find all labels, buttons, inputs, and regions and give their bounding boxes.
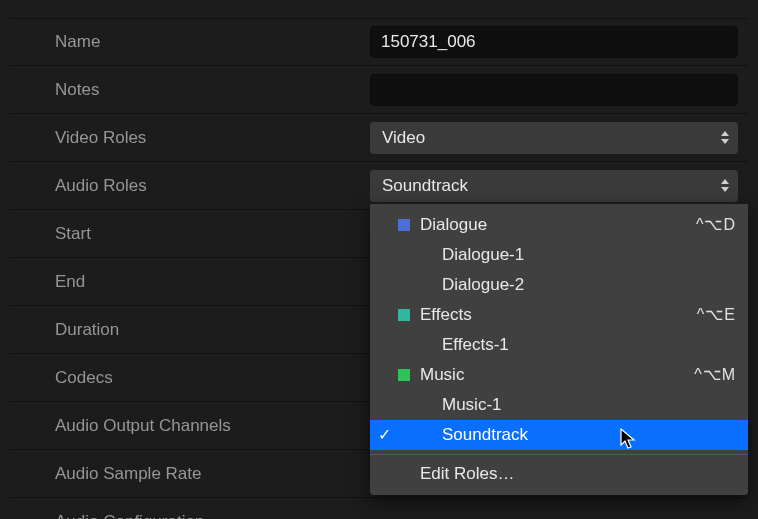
value-cell-video-roles: Video (370, 122, 748, 154)
menu-item-label: Soundtrack (420, 425, 736, 445)
role-color-swatch (398, 249, 410, 261)
menu-item-dialogue-2[interactable]: Dialogue-2 (370, 270, 748, 300)
menu-item-soundtrack[interactable]: ✓Soundtrack (370, 420, 748, 450)
label-video-roles: Video Roles (10, 128, 370, 148)
row-audio-configuration: Audio Configuration (10, 498, 748, 519)
menu-item-dialogue-1[interactable]: Dialogue-1 (370, 240, 748, 270)
menu-item-label: Music (420, 365, 674, 385)
role-color-swatch (398, 219, 410, 231)
menu-item-label: Effects (420, 305, 677, 325)
menu-item-label: Dialogue-1 (420, 245, 736, 265)
menu-separator (370, 454, 748, 455)
inspector-panel: Name Notes Video Roles Video Audio Roles… (0, 0, 758, 519)
row-video-roles: Video Roles Video (10, 114, 748, 162)
updown-icon (718, 128, 732, 148)
menu-item-music-1[interactable]: Music-1 (370, 390, 748, 420)
updown-icon (718, 176, 732, 196)
menu-item-label: Edit Roles… (420, 464, 736, 484)
row-audio-roles: Audio Roles Soundtrack Dialogue^⌥DDialog… (10, 162, 748, 210)
role-color-swatch (398, 309, 410, 321)
role-color-swatch (398, 468, 410, 480)
menu-item-label: Dialogue (420, 215, 676, 235)
audio-roles-value: Soundtrack (382, 176, 468, 195)
role-color-swatch (398, 429, 410, 441)
label-audio-roles: Audio Roles (10, 176, 370, 196)
row-name: Name (10, 18, 748, 66)
label-audio-configuration: Audio Configuration (10, 512, 370, 520)
name-input[interactable] (370, 26, 738, 58)
menu-item-label: Effects-1 (420, 335, 736, 355)
role-color-swatch (398, 339, 410, 351)
value-cell-name (370, 26, 748, 58)
label-duration: Duration (10, 320, 370, 340)
role-color-swatch (398, 369, 410, 381)
role-color-swatch (398, 279, 410, 291)
menu-item-label: Music-1 (420, 395, 736, 415)
audio-roles-popup[interactable]: Soundtrack (370, 170, 738, 202)
menu-item-music[interactable]: Music^⌥M (370, 360, 748, 390)
label-notes: Notes (10, 80, 370, 100)
label-end: End (10, 272, 370, 292)
notes-input[interactable] (370, 74, 738, 106)
menu-item-effects-1[interactable]: Effects-1 (370, 330, 748, 360)
menu-item-dialogue[interactable]: Dialogue^⌥D (370, 210, 748, 240)
menu-item-edit-roles[interactable]: Edit Roles… (370, 459, 748, 489)
menu-item-shortcut: ^⌥D (676, 215, 736, 234)
label-name: Name (10, 32, 370, 52)
check-icon: ✓ (370, 425, 398, 444)
label-audio-output-channels: Audio Output Channels (10, 416, 370, 436)
row-notes: Notes (10, 66, 748, 114)
value-cell-notes (370, 74, 748, 106)
label-codecs: Codecs (10, 368, 370, 388)
audio-roles-menu[interactable]: Dialogue^⌥DDialogue-1Dialogue-2Effects^⌥… (370, 204, 748, 495)
role-color-swatch (398, 399, 410, 411)
video-roles-popup[interactable]: Video (370, 122, 738, 154)
value-cell-audio-roles: Soundtrack Dialogue^⌥DDialogue-1Dialogue… (370, 170, 748, 202)
menu-item-label: Dialogue-2 (420, 275, 736, 295)
menu-item-shortcut: ^⌥E (677, 305, 736, 324)
video-roles-value: Video (382, 128, 425, 147)
label-audio-sample-rate: Audio Sample Rate (10, 464, 370, 484)
label-start: Start (10, 224, 370, 244)
menu-item-shortcut: ^⌥M (674, 365, 736, 384)
menu-item-effects[interactable]: Effects^⌥E (370, 300, 748, 330)
